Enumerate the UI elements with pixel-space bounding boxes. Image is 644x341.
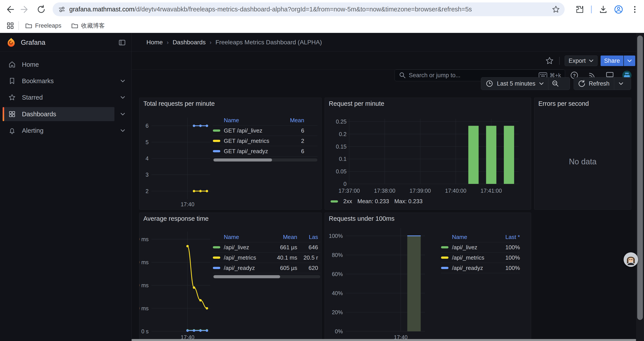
series-name: GET /api/_livez bbox=[224, 127, 282, 134]
legend-header[interactable]: NameMeanLas bbox=[213, 232, 320, 242]
chevron-down-icon[interactable] bbox=[118, 112, 127, 116]
legend-table: NameMeanLas/api/_livez661 µs646/api/_met… bbox=[213, 232, 320, 278]
menu-kebab-icon[interactable] bbox=[628, 0, 641, 19]
assistant-avatar[interactable] bbox=[624, 252, 638, 267]
sidebar-item-bookmarks[interactable]: Bookmarks bbox=[3, 74, 114, 88]
series-mean: 2 bbox=[282, 138, 304, 144]
site-settings-icon[interactable] bbox=[58, 5, 66, 14]
bell-icon bbox=[8, 127, 16, 134]
series-name: /api/_livez bbox=[452, 244, 494, 251]
chevron-down-icon[interactable] bbox=[118, 96, 127, 99]
svg-text:60%: 60% bbox=[332, 271, 343, 277]
favorite-star-icon[interactable] bbox=[543, 54, 556, 67]
download-icon[interactable] bbox=[597, 0, 610, 19]
forward-icon[interactable] bbox=[18, 0, 32, 19]
svg-text:20 ms: 20 ms bbox=[140, 305, 148, 311]
series-pill bbox=[441, 246, 448, 248]
reload-icon[interactable] bbox=[35, 0, 48, 19]
grafana-logo[interactable] bbox=[6, 37, 16, 48]
bookmark-item[interactable]: Freeleaps bbox=[25, 22, 62, 30]
legend-row[interactable]: /api/_livez661 µs646 bbox=[213, 242, 320, 253]
breadcrumb-item[interactable]: Dashboards bbox=[172, 39, 206, 46]
legend-scrollbar[interactable] bbox=[213, 158, 318, 162]
sidebar-item-dashboards[interactable]: Dashboards bbox=[3, 107, 114, 121]
series-mean: Mean: 0.233 bbox=[357, 198, 389, 205]
legend-row[interactable]: /api/_readyz605 µs620 bbox=[213, 263, 320, 273]
panel-title[interactable]: Errors per second bbox=[538, 100, 589, 107]
panel-total-requests: Total requests per minute NameMeanGET /a… bbox=[139, 98, 322, 210]
series-mean: 6 bbox=[282, 127, 304, 134]
legend-row[interactable]: GET /api/_livez6 bbox=[213, 126, 318, 136]
share-dropdown-button[interactable] bbox=[624, 56, 635, 66]
svg-text:20%: 20% bbox=[332, 309, 343, 315]
back-icon[interactable] bbox=[3, 0, 16, 19]
refresh-label[interactable]: Refresh bbox=[589, 80, 610, 87]
share-button[interactable]: Share bbox=[600, 56, 624, 66]
chevron-down-icon[interactable] bbox=[118, 129, 127, 132]
refresh-interval-dropdown[interactable] bbox=[614, 82, 628, 85]
svg-text:0: 0 bbox=[344, 181, 346, 187]
legend-row[interactable]: /api/_metrics40.1 ms20.5 r bbox=[213, 253, 320, 263]
apps-grid-icon[interactable] bbox=[6, 22, 14, 30]
request-per-minute-chart[interactable]: 0.250.20.150.10.05017:37:0017:38:0017:39… bbox=[325, 98, 531, 210]
toolbar-divider bbox=[591, 6, 592, 14]
series-mean: 6 bbox=[282, 148, 304, 155]
svg-text:40 ms: 40 ms bbox=[140, 282, 148, 288]
bookmark-star-icon[interactable] bbox=[552, 5, 560, 14]
svg-text:0.1: 0.1 bbox=[339, 156, 346, 162]
series-last: 620 bbox=[297, 265, 318, 271]
panel-average-response-time: Average response time NameMeanLas/api/_l… bbox=[139, 213, 322, 341]
svg-text:40%: 40% bbox=[332, 290, 343, 296]
svg-text:80%: 80% bbox=[332, 252, 343, 258]
time-range-label[interactable]: Last 5 minutes bbox=[497, 80, 536, 87]
legend-row[interactable]: /api/_livez100% bbox=[441, 242, 520, 253]
svg-text:100%: 100% bbox=[329, 233, 343, 239]
panel-title[interactable]: Request per minute bbox=[329, 100, 384, 107]
clock-icon bbox=[486, 80, 494, 88]
legend-row[interactable]: GET /api/_readyz6 bbox=[213, 146, 318, 156]
breadcrumb-item[interactable]: Home bbox=[146, 39, 163, 46]
panel-title[interactable]: Total requests per minute bbox=[143, 100, 215, 107]
svg-text:6: 6 bbox=[146, 123, 148, 129]
svg-text:17:40: 17:40 bbox=[394, 334, 408, 340]
series-pill bbox=[213, 140, 220, 142]
active-accent-bar bbox=[3, 107, 4, 121]
legend-row[interactable]: 2xx Mean: 0.233 Max: 0.233 bbox=[330, 198, 422, 205]
browser-toolbar: grafana.mathmast.com/d/deytv4rwavabkb/fr… bbox=[0, 0, 644, 19]
extensions-icon[interactable] bbox=[573, 0, 586, 19]
search-icon bbox=[399, 72, 406, 79]
legend-header[interactable]: NameMean bbox=[213, 115, 318, 126]
panel-title[interactable]: Average response time bbox=[143, 215, 209, 222]
bookmark-label: 收藏博客 bbox=[81, 22, 105, 30]
url-bar[interactable]: grafana.mathmast.com/d/deytv4rwavabkb/fr… bbox=[52, 3, 565, 16]
svg-text:17:37:00: 17:37:00 bbox=[338, 188, 360, 194]
chevron-down-icon bbox=[589, 59, 594, 63]
series-name: 2xx bbox=[343, 198, 352, 205]
zoom-out-icon[interactable] bbox=[548, 80, 562, 88]
legend-col-name: Name bbox=[224, 234, 273, 240]
grafana-header: Grafana Home›Dashboards›Freeleaps Metric… bbox=[0, 33, 644, 52]
legend-scrollbar[interactable] bbox=[213, 275, 320, 278]
sidebar-item-alerting[interactable]: Alerting bbox=[3, 124, 114, 138]
page-scrollbar-thumb[interactable] bbox=[637, 36, 643, 320]
legend-row[interactable]: /api/_readyz100% bbox=[441, 263, 520, 273]
series-pill bbox=[213, 246, 220, 248]
sidebar-toggle-icon[interactable] bbox=[118, 39, 126, 47]
export-button[interactable]: Export bbox=[565, 56, 598, 66]
legend-row[interactable]: GET /api/_metrics2 bbox=[213, 136, 318, 146]
breadcrumb-item: Freeleaps Metrics Dashboard (ALPHA) bbox=[216, 39, 322, 46]
legend-row[interactable]: /api/_metrics100% bbox=[441, 253, 520, 263]
url-text[interactable]: grafana.mathmast.com/d/deytv4rwavabkb/fr… bbox=[69, 6, 552, 13]
legend-header[interactable]: NameLast * bbox=[441, 232, 520, 242]
chevron-down-icon bbox=[539, 82, 544, 85]
series-name: /api/_metrics bbox=[224, 254, 273, 261]
series-last: 100% bbox=[494, 254, 520, 261]
legend-col-name: Name bbox=[224, 117, 282, 124]
panel-title[interactable]: Requests under 100ms bbox=[329, 215, 394, 222]
sidebar-item-starred[interactable]: Starred bbox=[3, 90, 114, 104]
bookmarks-bar: Freeleaps收藏博客 bbox=[0, 19, 644, 33]
profile-icon[interactable] bbox=[612, 0, 625, 19]
sidebar-item-home[interactable]: Home bbox=[3, 58, 114, 72]
chevron-down-icon[interactable] bbox=[118, 79, 127, 83]
bookmark-item[interactable]: 收藏博客 bbox=[71, 22, 105, 30]
